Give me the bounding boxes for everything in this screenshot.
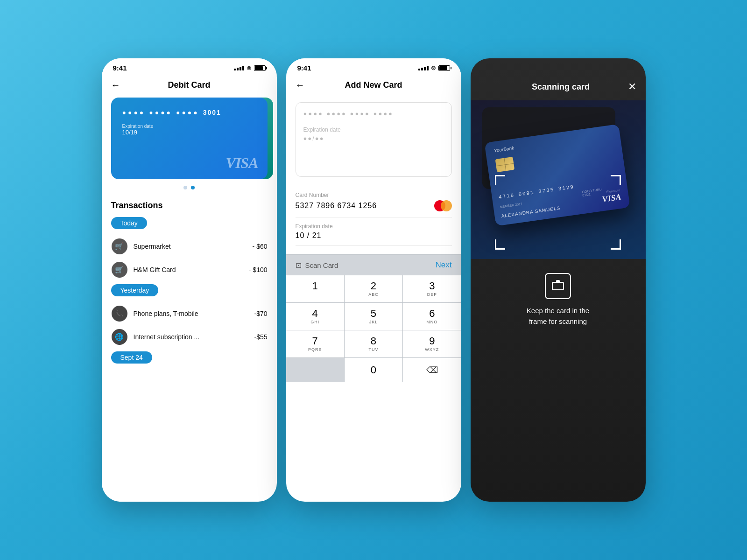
status-icons-1: ⊗ (234, 64, 266, 71)
close-button[interactable]: ✕ (628, 81, 636, 93)
transactions-section: Transactions Today 🛒 Supermarket - $60 🛒 (102, 196, 277, 369)
transactions-title: Transactions (111, 201, 268, 210)
key-0[interactable]: 0 (345, 358, 402, 382)
back-button-1[interactable]: ← (111, 80, 120, 91)
transaction-item[interactable]: 🌐 Internet subscription ... -$55 (111, 325, 268, 349)
card-number-label: Card Number (296, 192, 452, 198)
scan-card-left: ⊡ Scan Card (296, 261, 338, 270)
screen1-phone: 9:41 ⊗ ← Debit Card (102, 58, 277, 502)
card-expiry-label: Expiration date (122, 124, 256, 129)
card-expiry-value: 10/19 (122, 129, 256, 136)
scan-instructions: Keep the card in theframe for scanning (527, 306, 589, 327)
transaction-amount: -$70 (254, 310, 267, 317)
signal-icon-2 (418, 66, 429, 70)
key-9[interactable]: 9 WXYZ (403, 330, 461, 357)
key-8[interactable]: 8 TUV (345, 330, 402, 357)
visa-card[interactable]: ●●●● ●●●● ●●●● 3001 Expiration date 10/1… (111, 98, 268, 179)
screen3-phone: Scanning card ✕ YourBank 4716 6091 3735 … (471, 58, 646, 502)
status-bar-3 (471, 58, 646, 77)
key-4[interactable]: 4 GHI (286, 303, 344, 330)
indicator-2[interactable] (191, 186, 195, 189)
status-bar-2: 9:41 ⊗ (286, 58, 461, 76)
status-time-2: 9:41 (297, 64, 311, 72)
screen2-phone: 9:41 ⊗ ← Add New Card ●●●● ●●●● ●●●● (286, 58, 461, 502)
transaction-icon: 🌐 (112, 329, 127, 345)
status-bar-1: 9:41 ⊗ (102, 58, 277, 76)
card-number: ●●●● ●●●● ●●●● 3001 (122, 109, 256, 116)
screen2-title: Add New Card (345, 80, 402, 90)
card-preview-expiry-label: Expiration date (303, 126, 444, 133)
screen2-header: ← Add New Card (286, 76, 461, 98)
scan-bottom: Keep the card in theframe for scanning (471, 259, 646, 336)
card-number-value[interactable]: 5327 7896 6734 1256 (296, 202, 377, 210)
bank-name: YourBank (493, 145, 514, 153)
card-scan-area: YourBank 4716 6091 3735 3129 MEMBER 2017… (471, 100, 646, 259)
key-6[interactable]: 6 MNO (403, 303, 461, 330)
transaction-name: Phone plans, T-mobile (134, 310, 254, 317)
wifi-icon: ⊗ (247, 64, 252, 71)
input-section: Card Number 5327 7896 6734 1256 Expirati… (286, 182, 461, 251)
screen1-header: ← Debit Card (102, 76, 277, 98)
keyboard-grid: 1 2 ABC 3 DEF 4 GHI 5 JKL (286, 275, 461, 382)
scan-icon: ⊡ (296, 261, 302, 270)
status-time-1: 9:41 (113, 64, 127, 72)
back-button-2[interactable]: ← (296, 80, 305, 91)
today-badge: Today (111, 217, 147, 229)
card-preview-expiry-value: ●●/●● (303, 135, 444, 142)
status-icons-2: ⊗ (418, 64, 450, 71)
key-1[interactable]: 1 (286, 275, 344, 302)
key-7[interactable]: 7 PQRS (286, 330, 344, 357)
transaction-name: Supermarket (134, 243, 253, 250)
visa-logo: VISA (226, 154, 258, 172)
transaction-amount: - $60 (253, 243, 268, 250)
transaction-icon: 📞 (112, 306, 127, 322)
transaction-item[interactable]: 🛒 Supermarket - $60 (111, 235, 268, 258)
card-preview: ●●●● ●●●● ●●●● ●●●● Expiration date ●●/●… (296, 102, 452, 177)
transaction-item[interactable]: 📞 Phone plans, T-mobile -$70 (111, 302, 268, 325)
transaction-name: H&M Gift Card (134, 266, 249, 273)
corner-bl (495, 239, 505, 250)
signal-icon (234, 66, 244, 70)
transaction-icon: 🛒 (112, 262, 127, 278)
card-background: YourBank 4716 6091 3735 3129 MEMBER 2017… (471, 100, 646, 259)
sept24-badge: Sept 24 (111, 351, 152, 364)
key-5[interactable]: 5 JKL (345, 303, 402, 330)
transaction-item[interactable]: 🛒 H&M Gift Card - $100 (111, 258, 268, 281)
yesterday-transactions: 📞 Phone plans, T-mobile -$70 🌐 Internet … (111, 302, 268, 349)
scan-header: Scanning card ✕ (471, 77, 646, 100)
corner-br (611, 239, 621, 250)
transaction-amount: -$55 (254, 333, 267, 341)
scanning-title: Scanning card (494, 82, 628, 92)
battery-icon (254, 65, 266, 71)
transaction-icon: 🛒 (112, 238, 127, 254)
expiry-group: Expiration date 10 / 21 (296, 217, 452, 246)
expiry-label: Expiration date (296, 223, 452, 230)
mastercard-icon (434, 200, 452, 211)
screen1-title: Debit Card (168, 80, 210, 90)
indicator-1[interactable] (183, 186, 187, 189)
key-3[interactable]: 3 DEF (403, 275, 461, 302)
key-delete[interactable]: ⌫ (403, 358, 461, 382)
card-indicators (102, 179, 277, 196)
wifi-icon-2: ⊗ (431, 64, 436, 71)
yesterday-badge: Yesterday (111, 284, 159, 296)
key-2[interactable]: 2 ABC (345, 275, 402, 302)
chip-icon (495, 157, 515, 172)
transaction-name: Internet subscription ... (134, 333, 254, 341)
corner-tl (495, 175, 505, 185)
corner-tr (611, 175, 621, 185)
key-empty (286, 358, 344, 382)
today-transactions: 🛒 Supermarket - $60 🛒 H&M Gift Card - $1… (111, 235, 268, 281)
battery-icon-2 (438, 65, 450, 71)
scan-bar: ⊡ Scan Card Next (286, 254, 461, 275)
scan-camera-icon (545, 273, 571, 299)
keyboard-section: ⊡ Scan Card Next 1 2 ABC 3 DEF (286, 254, 461, 382)
scan-card-label[interactable]: Scan Card (305, 261, 338, 269)
scan-frame (495, 175, 621, 250)
card-carousel: ●●●● ●●●● ●●●● 3001 Expiration date 10/1… (102, 98, 277, 179)
transaction-amount: - $100 (249, 266, 268, 273)
next-button[interactable]: Next (436, 260, 452, 270)
card-number-group: Card Number 5327 7896 6734 1256 (296, 186, 452, 217)
card-preview-number: ●●●● ●●●● ●●●● ●●●● (303, 110, 444, 117)
expiry-value[interactable]: 10 / 21 (296, 231, 452, 240)
